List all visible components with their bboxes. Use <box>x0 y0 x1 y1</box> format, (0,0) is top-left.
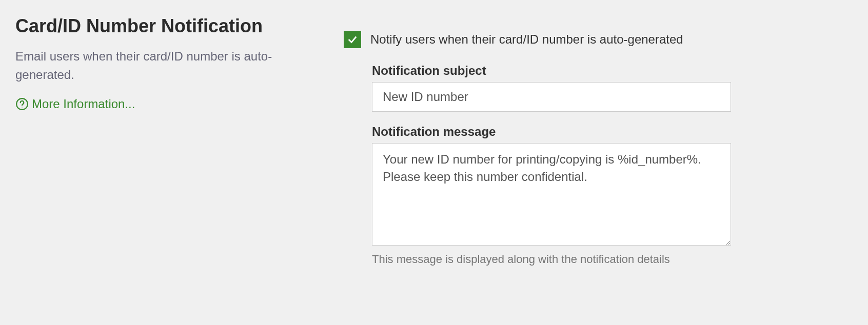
subject-label: Notification subject <box>372 64 853 78</box>
check-icon <box>347 34 358 45</box>
section-title: Card/ID Number Notification <box>15 15 303 37</box>
section-description: Email users when their card/ID number is… <box>15 47 303 84</box>
subject-group: Notification subject <box>372 64 853 112</box>
more-information-link[interactable]: More Information... <box>15 97 135 111</box>
help-circle-icon <box>15 97 29 111</box>
more-information-label: More Information... <box>32 97 135 111</box>
section-header-column: Card/ID Number Notification Email users … <box>15 15 303 266</box>
message-textarea[interactable] <box>372 143 731 246</box>
form-column: Notify users when their card/ID number i… <box>344 15 853 266</box>
subject-input[interactable] <box>372 82 731 112</box>
settings-section: Card/ID Number Notification Email users … <box>15 15 853 266</box>
notify-checkbox-label: Notify users when their card/ID number i… <box>370 32 683 47</box>
message-help-text: This message is displayed along with the… <box>372 253 853 266</box>
svg-point-1 <box>22 107 22 107</box>
message-group: Notification message <box>372 125 853 248</box>
message-label: Notification message <box>372 125 853 139</box>
notify-checkbox[interactable] <box>344 31 361 48</box>
notify-checkbox-row: Notify users when their card/ID number i… <box>344 31 853 48</box>
